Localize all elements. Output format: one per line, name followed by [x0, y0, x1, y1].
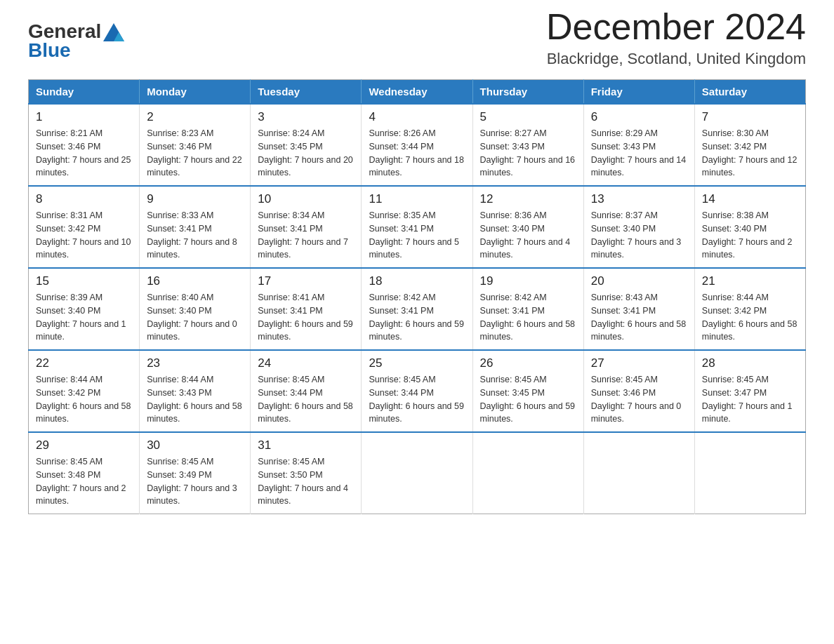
header-sunday: Sunday [29, 80, 140, 105]
table-row: 10Sunrise: 8:34 AMSunset: 3:41 PMDayligh… [251, 186, 362, 268]
calendar-week-row: 8Sunrise: 8:31 AMSunset: 3:42 PMDaylight… [29, 186, 806, 268]
day-number: 2 [147, 110, 243, 124]
day-info: Sunrise: 8:43 AMSunset: 3:41 PMDaylight:… [591, 291, 687, 344]
day-info: Sunrise: 8:30 AMSunset: 3:42 PMDaylight:… [702, 127, 798, 180]
table-row: 26Sunrise: 8:45 AMSunset: 3:45 PMDayligh… [472, 350, 583, 432]
day-number: 31 [258, 438, 354, 452]
day-number: 4 [369, 110, 465, 124]
day-info: Sunrise: 8:26 AMSunset: 3:44 PMDaylight:… [369, 127, 465, 180]
table-row: 20Sunrise: 8:43 AMSunset: 3:41 PMDayligh… [583, 268, 694, 350]
day-number: 24 [258, 356, 354, 370]
table-row: 4Sunrise: 8:26 AMSunset: 3:44 PMDaylight… [362, 104, 472, 186]
table-row: 25Sunrise: 8:45 AMSunset: 3:44 PMDayligh… [362, 350, 472, 432]
day-info: Sunrise: 8:40 AMSunset: 3:40 PMDaylight:… [147, 291, 243, 344]
table-row: 3Sunrise: 8:24 AMSunset: 3:45 PMDaylight… [251, 104, 362, 186]
day-info: Sunrise: 8:44 AMSunset: 3:42 PMDaylight:… [702, 291, 798, 344]
calendar-subtitle: Blackridge, Scotland, United Kingdom [546, 50, 806, 68]
day-info: Sunrise: 8:34 AMSunset: 3:41 PMDaylight:… [258, 209, 354, 262]
day-info: Sunrise: 8:23 AMSunset: 3:46 PMDaylight:… [147, 127, 243, 180]
day-number: 11 [369, 192, 465, 206]
day-number: 1 [36, 110, 132, 124]
day-info: Sunrise: 8:44 AMSunset: 3:43 PMDaylight:… [147, 373, 243, 426]
table-row: 12Sunrise: 8:36 AMSunset: 3:40 PMDayligh… [472, 186, 583, 268]
day-number: 25 [369, 356, 465, 370]
header-thursday: Thursday [472, 80, 583, 105]
table-row: 11Sunrise: 8:35 AMSunset: 3:41 PMDayligh… [362, 186, 472, 268]
day-number: 9 [147, 192, 243, 206]
table-row: 22Sunrise: 8:44 AMSunset: 3:42 PMDayligh… [29, 350, 140, 432]
day-info: Sunrise: 8:38 AMSunset: 3:40 PMDaylight:… [702, 209, 798, 262]
table-row: 16Sunrise: 8:40 AMSunset: 3:40 PMDayligh… [140, 268, 251, 350]
day-number: 18 [369, 274, 465, 288]
calendar-week-row: 29Sunrise: 8:45 AMSunset: 3:48 PMDayligh… [29, 432, 806, 514]
day-info: Sunrise: 8:41 AMSunset: 3:41 PMDaylight:… [258, 291, 354, 344]
table-row: 30Sunrise: 8:45 AMSunset: 3:49 PMDayligh… [140, 432, 251, 514]
day-number: 8 [36, 192, 132, 206]
table-row: 8Sunrise: 8:31 AMSunset: 3:42 PMDaylight… [29, 186, 140, 268]
day-number: 23 [147, 356, 243, 370]
day-number: 21 [702, 274, 798, 288]
day-number: 17 [258, 274, 354, 288]
day-number: 27 [591, 356, 687, 370]
day-number: 30 [147, 438, 243, 452]
day-number: 16 [147, 274, 243, 288]
day-info: Sunrise: 8:31 AMSunset: 3:42 PMDaylight:… [36, 209, 132, 262]
table-row [472, 432, 583, 514]
day-info: Sunrise: 8:33 AMSunset: 3:41 PMDaylight:… [147, 209, 243, 262]
calendar-week-row: 1Sunrise: 8:21 AMSunset: 3:46 PMDaylight… [29, 104, 806, 186]
day-number: 6 [591, 110, 687, 124]
table-row: 27Sunrise: 8:45 AMSunset: 3:46 PMDayligh… [583, 350, 694, 432]
day-number: 10 [258, 192, 354, 206]
day-number: 5 [480, 110, 576, 124]
day-info: Sunrise: 8:45 AMSunset: 3:45 PMDaylight:… [480, 373, 576, 426]
day-info: Sunrise: 8:45 AMSunset: 3:44 PMDaylight:… [369, 373, 465, 426]
day-info: Sunrise: 8:24 AMSunset: 3:45 PMDaylight:… [258, 127, 354, 180]
day-info: Sunrise: 8:45 AMSunset: 3:49 PMDaylight:… [147, 455, 243, 508]
table-row [362, 432, 472, 514]
table-row: 29Sunrise: 8:45 AMSunset: 3:48 PMDayligh… [29, 432, 140, 514]
day-number: 13 [591, 192, 687, 206]
header-monday: Monday [140, 80, 251, 105]
day-number: 28 [702, 356, 798, 370]
logo-blue-text: Blue [28, 40, 124, 62]
day-info: Sunrise: 8:45 AMSunset: 3:48 PMDaylight:… [36, 455, 132, 508]
header-saturday: Saturday [694, 80, 805, 105]
day-info: Sunrise: 8:37 AMSunset: 3:40 PMDaylight:… [591, 209, 687, 262]
calendar-title: December 2024 [546, 7, 806, 47]
table-row: 23Sunrise: 8:44 AMSunset: 3:43 PMDayligh… [140, 350, 251, 432]
table-row: 31Sunrise: 8:45 AMSunset: 3:50 PMDayligh… [251, 432, 362, 514]
header-wednesday: Wednesday [362, 80, 472, 105]
table-row: 28Sunrise: 8:45 AMSunset: 3:47 PMDayligh… [694, 350, 805, 432]
day-number: 26 [480, 356, 576, 370]
table-row: 6Sunrise: 8:29 AMSunset: 3:43 PMDaylight… [583, 104, 694, 186]
day-info: Sunrise: 8:44 AMSunset: 3:42 PMDaylight:… [36, 373, 132, 426]
table-row: 18Sunrise: 8:42 AMSunset: 3:41 PMDayligh… [362, 268, 472, 350]
day-number: 7 [702, 110, 798, 124]
day-info: Sunrise: 8:45 AMSunset: 3:50 PMDaylight:… [258, 455, 354, 508]
day-number: 15 [36, 274, 132, 288]
day-info: Sunrise: 8:36 AMSunset: 3:40 PMDaylight:… [480, 209, 576, 262]
header-tuesday: Tuesday [251, 80, 362, 105]
table-row: 21Sunrise: 8:44 AMSunset: 3:42 PMDayligh… [694, 268, 805, 350]
table-row: 17Sunrise: 8:41 AMSunset: 3:41 PMDayligh… [251, 268, 362, 350]
calendar-week-row: 15Sunrise: 8:39 AMSunset: 3:40 PMDayligh… [29, 268, 806, 350]
table-row: 2Sunrise: 8:23 AMSunset: 3:46 PMDaylight… [140, 104, 251, 186]
calendar-table: Sunday Monday Tuesday Wednesday Thursday… [28, 79, 806, 514]
table-row: 9Sunrise: 8:33 AMSunset: 3:41 PMDaylight… [140, 186, 251, 268]
calendar-header-row: Sunday Monday Tuesday Wednesday Thursday… [29, 80, 806, 105]
day-info: Sunrise: 8:27 AMSunset: 3:43 PMDaylight:… [480, 127, 576, 180]
day-info: Sunrise: 8:45 AMSunset: 3:44 PMDaylight:… [258, 373, 354, 426]
day-number: 19 [480, 274, 576, 288]
logo-triangle-icon [103, 23, 124, 41]
day-info: Sunrise: 8:39 AMSunset: 3:40 PMDaylight:… [36, 291, 132, 344]
day-info: Sunrise: 8:45 AMSunset: 3:46 PMDaylight:… [591, 373, 687, 426]
table-row [694, 432, 805, 514]
day-info: Sunrise: 8:45 AMSunset: 3:47 PMDaylight:… [702, 373, 798, 426]
table-row: 5Sunrise: 8:27 AMSunset: 3:43 PMDaylight… [472, 104, 583, 186]
day-number: 22 [36, 356, 132, 370]
day-number: 20 [591, 274, 687, 288]
day-info: Sunrise: 8:21 AMSunset: 3:46 PMDaylight:… [36, 127, 132, 180]
table-row: 24Sunrise: 8:45 AMSunset: 3:44 PMDayligh… [251, 350, 362, 432]
day-info: Sunrise: 8:42 AMSunset: 3:41 PMDaylight:… [369, 291, 465, 344]
title-block: December 2024 Blackridge, Scotland, Unit… [546, 7, 806, 68]
